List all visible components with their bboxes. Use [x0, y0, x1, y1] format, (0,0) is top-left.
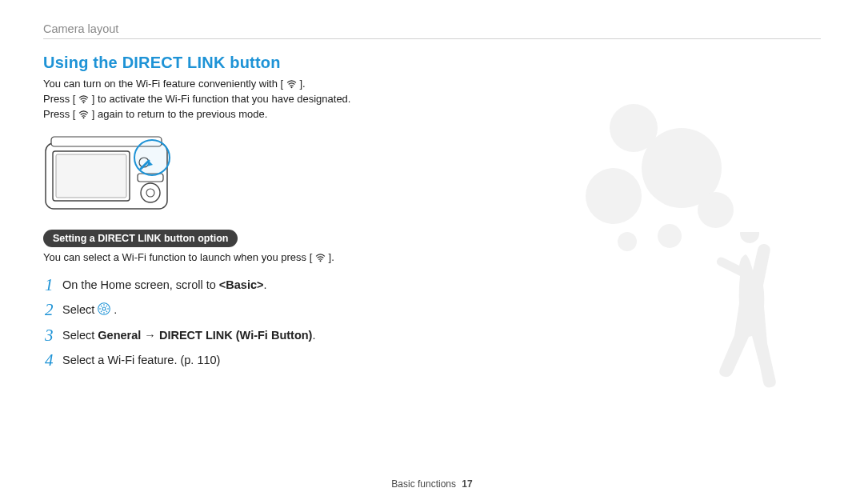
- subheading-pill: Setting a DIRECT LINK button option: [43, 230, 238, 247]
- svg-point-0: [290, 86, 292, 88]
- section-title: Using the DIRECT LINK button: [43, 54, 821, 72]
- text: ] to activate the Wi-Fi function that yo…: [92, 93, 351, 105]
- intro-line-3: Press [ ] again to return to the previou…: [43, 107, 821, 122]
- text: ] again to return to the previous mode.: [92, 108, 268, 120]
- svg-point-11: [134, 140, 170, 175]
- divider: [43, 38, 821, 39]
- step-row: 1On the Home screen, scroll to <Basic>.: [45, 276, 821, 294]
- step-text: Select .: [62, 301, 117, 319]
- page-footer: Basic functions 17: [0, 478, 864, 490]
- svg-point-10: [146, 189, 154, 197]
- step-text: Select a Wi-Fi feature. (p. 110): [62, 351, 220, 370]
- step-text: On the Home screen, scroll to <Basic>.: [62, 276, 267, 294]
- svg-rect-6: [56, 154, 126, 198]
- footer-page-number: 17: [462, 478, 472, 490]
- step-row: 3Select General → DIRECT LINK (Wi-Fi But…: [45, 326, 821, 345]
- text: You can turn on the Wi-Fi feature conven…: [43, 78, 283, 90]
- wifi-icon: [315, 254, 326, 262]
- svg-point-12: [319, 260, 321, 262]
- svg-line-19: [101, 306, 102, 306]
- step-number: 4: [45, 351, 62, 370]
- step-number: 3: [45, 326, 62, 345]
- step-number: 2: [45, 301, 62, 319]
- svg-point-14: [102, 307, 106, 310]
- svg-line-21: [101, 311, 102, 312]
- text: Press [: [43, 93, 75, 105]
- step-text: Select General → DIRECT LINK (Wi-Fi Butt…: [62, 326, 315, 345]
- footer-section: Basic functions: [391, 478, 456, 490]
- intro-line-2: Press [ ] to activate the Wi-Fi function…: [43, 92, 821, 107]
- wifi-icon: [286, 80, 297, 89]
- manual-page: Camera layout Using the DIRECT LINK butt…: [0, 0, 864, 504]
- svg-line-20: [106, 311, 107, 312]
- text: You can select a Wi-Fi function to launc…: [43, 251, 312, 263]
- step-row: 2Select .: [45, 301, 821, 319]
- breadcrumb: Camera layout: [43, 22, 821, 35]
- text: ].: [299, 78, 305, 90]
- svg-point-1: [83, 102, 85, 103]
- wifi-icon: [78, 95, 89, 104]
- settings-icon: [98, 302, 110, 315]
- wifi-icon: [78, 110, 89, 119]
- text: ].: [329, 251, 334, 263]
- step-row: 4Select a Wi-Fi feature. (p. 110): [45, 351, 821, 370]
- step-number: 1: [45, 276, 62, 294]
- svg-line-22: [106, 306, 107, 306]
- svg-point-2: [83, 117, 85, 118]
- steps-list: 1On the Home screen, scroll to <Basic>.2…: [45, 276, 821, 369]
- text: Press [: [43, 108, 75, 120]
- camera-illustration: [43, 134, 821, 215]
- intro-line-1: You can turn on the Wi-Fi feature conven…: [43, 77, 821, 92]
- pill-desc: You can select a Wi-Fi function to launc…: [43, 250, 821, 266]
